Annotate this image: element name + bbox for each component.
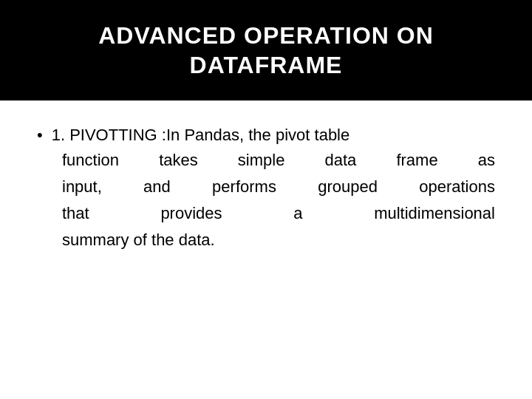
slide-title: ADVANCED OPERATION ON DATAFRAME <box>98 21 434 80</box>
word-simple: simple <box>238 148 285 173</box>
title-block: ADVANCED OPERATION ON DATAFRAME <box>0 0 532 100</box>
word-provides: provides <box>160 201 222 226</box>
title-line2: DATAFRAME <box>190 52 343 78</box>
word-input: input, <box>62 174 102 200</box>
word-as: as <box>478 148 495 173</box>
word-a: a <box>293 201 302 226</box>
bullet-first-line: • 1. PIVOTTING :In Pandas, the pivot tab… <box>37 123 495 148</box>
word-function: function <box>62 148 119 173</box>
word-data: data <box>324 148 356 173</box>
word-summary: summary of the data. <box>62 231 215 249</box>
word-frame: frame <box>396 148 437 173</box>
bullet-line1: 1. PIVOTTING :In Pandas, the pivot table <box>52 123 350 148</box>
slide-container: ADVANCED OPERATION ON DATAFRAME • 1. PIV… <box>0 0 532 399</box>
bullet-item-1: • 1. PIVOTTING :In Pandas, the pivot tab… <box>37 123 495 254</box>
word-takes: takes <box>159 148 198 173</box>
para-line-4: that provides a multidimensional <box>62 201 495 226</box>
word-operations: operations <box>419 174 495 200</box>
para-line-5: summary of the data. <box>62 228 495 253</box>
title-line1: ADVANCED OPERATION ON <box>98 22 434 49</box>
word-grouped: grouped <box>318 174 378 200</box>
word-that: that <box>62 201 89 226</box>
word-multidimensional: multidimensional <box>374 201 495 226</box>
word-and: and <box>143 174 171 200</box>
word-performs: performs <box>212 174 276 200</box>
content-block: • 1. PIVOTTING :In Pandas, the pivot tab… <box>0 100 532 399</box>
para-line-3: input, and performs grouped operations <box>62 174 495 200</box>
bullet-dot: • <box>37 123 43 147</box>
para-line-2: function takes simple data frame as <box>62 148 495 173</box>
para-lines: function takes simple data frame as inpu… <box>62 148 495 254</box>
